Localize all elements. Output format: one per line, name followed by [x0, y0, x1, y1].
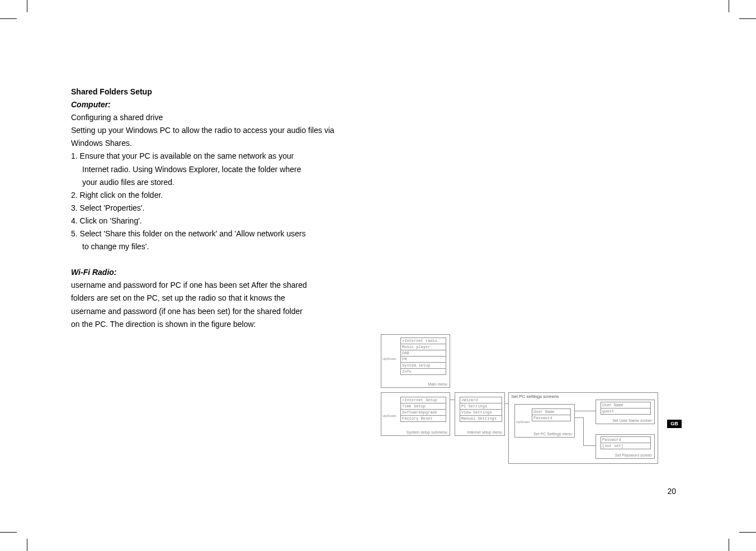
crop-mark [739, 532, 756, 533]
updown-label: Up/Down [382, 414, 394, 417]
text: folders are set on the PC, set up the ra… [71, 292, 367, 305]
crop-mark [739, 18, 756, 19]
step5: to change my files'. [71, 240, 367, 253]
crop-mark [27, 0, 27, 12]
crop-mark [729, 539, 729, 551]
pc-settings-container: Set PC settings screens Up/Down User Nam… [508, 392, 658, 464]
main-menu-container: Up/Down >Internet radio Music player DAB… [381, 334, 450, 388]
password-screen: Password [not set] Set Password screen [596, 434, 655, 459]
menu-item: Info [400, 368, 446, 375]
username-screen: User Name guest Set User Name screen [596, 400, 655, 424]
menu-item: Manual Settings [460, 415, 502, 422]
menu-item: guest [601, 408, 651, 415]
menu-label: Main menu [428, 382, 447, 386]
step2: 2. Right click on the folder. [71, 189, 367, 202]
menu-label: Set PC Settings menu [533, 432, 572, 436]
section1-title: Computer: [71, 98, 367, 111]
text: username and password for PC if one has … [71, 279, 367, 292]
system-setup-container: Up/Down >Internet Setup Time Setup Softw… [381, 392, 450, 436]
step3: 3. Select 'Properties'. [71, 202, 367, 215]
pc-settings-title: Set PC settings screens [511, 394, 559, 399]
crop-mark [0, 18, 17, 19]
updown-label: Up/Down [516, 420, 527, 424]
menu-label: Internet setup menu [467, 430, 502, 434]
step1: your audio files are stored. [71, 176, 367, 189]
crop-mark [0, 532, 17, 533]
menu-label: Set User Name screen [612, 419, 652, 422]
updown-label: Up/Down [382, 357, 394, 360]
step1: Internet radio. Using Windows Explorer, … [71, 163, 367, 176]
menu-item: Factory Reset [400, 415, 446, 422]
menu-label: Set Password screen [615, 453, 652, 457]
document-body: Shared Folders Setup Computer: Configuri… [71, 86, 367, 331]
step1: 1. Ensure that your PC is available on t… [71, 150, 367, 163]
section2-title: Wi-Fi Radio: [71, 266, 367, 279]
page-number: 20 [667, 487, 676, 496]
internet-setup-container: >Wizard PC Settings View Settings Manual… [455, 392, 505, 436]
flow-diagram: Up/Down >Internet radio Music player DAB… [379, 334, 658, 471]
text: Setting up your Windows PC to allow the … [71, 124, 367, 150]
text: on the PC. The direction is shown in the… [71, 318, 367, 331]
menu-item: Password [532, 415, 571, 421]
step5: 5. Select 'Share this folder on the netw… [71, 227, 367, 240]
crop-mark [27, 539, 27, 551]
text: username and password (if one has been s… [71, 305, 367, 318]
text: Configuring a shared drive [71, 111, 367, 124]
menu-label: System setup submenu [407, 430, 447, 434]
pc-settings-menu: Up/Down User Name Password Set PC Settin… [514, 404, 575, 438]
heading: Shared Folders Setup [71, 86, 367, 98]
gb-tab: GB [667, 420, 682, 428]
menu-item: [not set] [601, 443, 651, 449]
crop-mark [729, 0, 729, 12]
step4: 4. Click on 'Sharing'. [71, 215, 367, 227]
